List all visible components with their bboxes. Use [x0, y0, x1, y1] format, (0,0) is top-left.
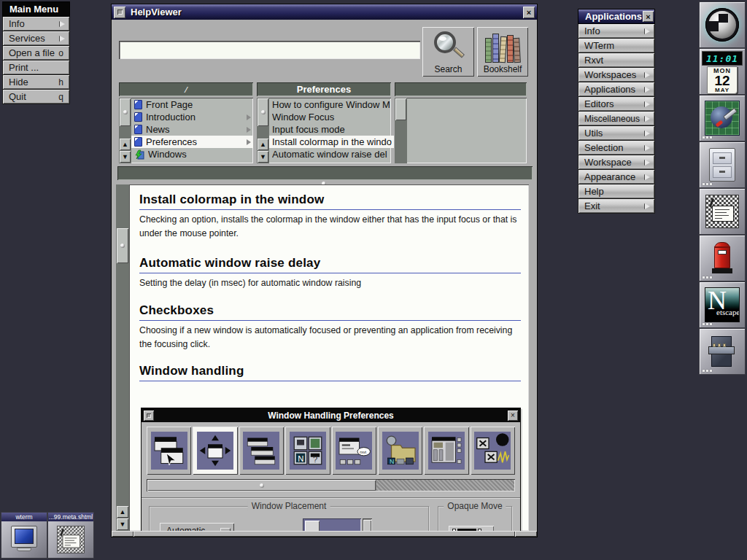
scroll-down-button[interactable]: ▼: [117, 518, 128, 530]
applications-menu-item-workspaces[interactable]: Workspaces: [578, 68, 655, 82]
search-button[interactable]: Search: [422, 27, 474, 77]
helpviewer-titlebar[interactable]: HelpViewer ×: [112, 4, 537, 20]
knob-dimple-icon: [123, 110, 128, 114]
dock-tile-notes[interactable]: [699, 188, 746, 235]
dock-tile-clock[interactable]: 11:01 MON 12 MAY: [699, 48, 746, 95]
browser-item[interactable]: Window Focus: [269, 111, 394, 123]
scroll-up-button[interactable]: ▲: [117, 506, 128, 518]
browser-column-header-3: [395, 82, 527, 96]
miniwindow-document[interactable]: ...99.meta.shtml: [47, 512, 94, 559]
column3-scrollbar[interactable]: [395, 98, 407, 163]
miniaturize-icon: [144, 411, 154, 421]
dock-tile-mail[interactable]: [699, 235, 746, 281]
doc-section: Automatic window raise delay Setting the…: [139, 256, 521, 290]
browser-item[interactable]: Introduction: [131, 111, 253, 123]
applications-menu-item-editors[interactable]: Editors: [578, 97, 655, 112]
content-scrollbar[interactable]: ▲ ▼: [116, 184, 129, 531]
applications-menu-item-exit[interactable]: Exit: [578, 199, 655, 214]
misc-pref-icon: N: [382, 432, 419, 470]
opaque-move-graphic: [449, 526, 494, 531]
browser-item[interactable]: Input focus mode: [269, 123, 394, 136]
main-menu-item-hide[interactable]: Hide h: [2, 75, 70, 90]
main-menu-item-services[interactable]: Services: [2, 31, 70, 46]
submenu-arrow-icon: [645, 72, 650, 78]
window-handling-preferences-illustration: Window Handling Preferences ×: [141, 408, 521, 531]
search-input[interactable]: [119, 41, 420, 59]
dock-tile-draw[interactable]: [699, 95, 746, 141]
browser-item[interactable]: Automatic window raise del: [269, 148, 394, 160]
miniaturize-icon: [117, 9, 123, 15]
dock-tile-window-maker[interactable]: [699, 1, 746, 48]
pref-button-stacking: [239, 427, 284, 475]
dock-tile-netscape[interactable]: N etscape: [699, 281, 746, 328]
icons-pref-icon: N ?: [290, 432, 326, 470]
doc-section: Window handling: [139, 364, 521, 381]
applications-menu: Applications × Info WTerm Rxvt Workspace…: [578, 9, 655, 214]
main-menu-item-print[interactable]: Print ...: [2, 61, 70, 75]
browser-item[interactable]: How to configure Window M: [269, 98, 394, 111]
close-icon: ×: [646, 12, 650, 21]
netscape-icon: N etscape: [705, 287, 740, 322]
window-resize-bar[interactable]: [112, 531, 537, 537]
focus-pref-icon: [151, 432, 187, 470]
document-icon: [134, 100, 142, 109]
dock-tile-filing-cabinet[interactable]: [699, 141, 746, 188]
submenu-arrow-icon: [645, 101, 650, 107]
main-menu-item-info[interactable]: Info: [2, 17, 70, 31]
applications-menu-item-workspace[interactable]: Workspace: [578, 155, 655, 170]
search-icon: [433, 31, 465, 62]
miniwindow-wterm[interactable]: wterm: [1, 512, 47, 559]
browser-item[interactable]: Windows: [131, 148, 253, 160]
browser-item[interactable]: Front Page: [131, 98, 253, 111]
browser-item[interactable]: News: [131, 123, 253, 136]
scrollbar-knob[interactable]: [258, 98, 268, 126]
scroll-up-button[interactable]: ▲: [120, 139, 131, 150]
section-body: Choosing if a new window is automaticall…: [139, 324, 521, 351]
scroll-down-button[interactable]: ▼: [258, 151, 268, 163]
doc-section: Install colormap in the window Checking …: [139, 192, 521, 241]
applications-menu-title[interactable]: Applications ×: [578, 9, 655, 24]
section-heading: Window handling: [139, 364, 521, 381]
applications-menu-item-help[interactable]: Help: [578, 184, 655, 199]
draw-tool-icon: [705, 101, 740, 136]
browser-column-3: [395, 98, 527, 163]
scrollbar-knob[interactable]: [120, 98, 131, 126]
applications-menu-item-info[interactable]: Info: [578, 24, 655, 39]
main-menu-item-open-a-file[interactable]: Open a file o: [2, 46, 70, 61]
submenu-arrow-icon: [645, 145, 650, 151]
applications-menu-item-applications[interactable]: Applications: [578, 82, 655, 97]
applications-menu-item-appearance[interactable]: Appearance: [578, 170, 655, 184]
scrollbar-knob[interactable]: [395, 98, 406, 120]
close-button[interactable]: ×: [523, 7, 535, 18]
section-body: Checking an option, installs the colorma…: [139, 213, 521, 241]
main-menu-item-quit[interactable]: Quit q: [2, 90, 70, 104]
scrollbar-knob[interactable]: [117, 228, 128, 263]
applications-menu-item-rxvt[interactable]: Rxvt: [578, 53, 655, 68]
illustration-titlebar: Window Handling Preferences ×: [142, 408, 520, 422]
browser-item-selected[interactable]: Install colormap in the windo: [269, 136, 394, 148]
browser-item-selected[interactable]: Preferences: [131, 136, 253, 148]
section-heading: Checkboxes: [139, 303, 521, 321]
pref-button-expert: [471, 427, 515, 475]
applications-menu-item-utils[interactable]: Utils: [578, 126, 655, 141]
menu-close-button[interactable]: ×: [643, 11, 654, 22]
applications-menu-item-selection[interactable]: Selection: [578, 141, 655, 155]
postbox-icon: [705, 241, 739, 276]
column1-scrollbar[interactable]: ▲ ▼: [119, 98, 131, 163]
main-menu-title[interactable]: Main Menu: [2, 1, 70, 17]
pref-button-applications: rxvt: [332, 427, 376, 475]
column2-scrollbar[interactable]: ▲ ▼: [257, 98, 269, 163]
placement-preview-scrollbar: [363, 518, 372, 531]
document-icon: [134, 137, 142, 147]
applications-menu-item-wterm[interactable]: WTerm: [578, 39, 655, 53]
miniwindow-title: wterm: [1, 513, 47, 521]
section-body: Setting the delay (in msec) for automati…: [139, 276, 521, 290]
running-indicator: [703, 370, 712, 372]
scroll-down-button[interactable]: ▼: [120, 151, 131, 163]
bookshelf-button[interactable]: Bookshelf: [477, 27, 528, 77]
windows-bolt-icon: [134, 149, 144, 160]
dock-tile-archive[interactable]: [699, 328, 746, 375]
scroll-up-button[interactable]: ▲: [258, 139, 268, 150]
miniaturize-button[interactable]: [114, 7, 125, 18]
applications-menu-item-miscellaneous[interactable]: Miscellaneous: [578, 112, 655, 126]
